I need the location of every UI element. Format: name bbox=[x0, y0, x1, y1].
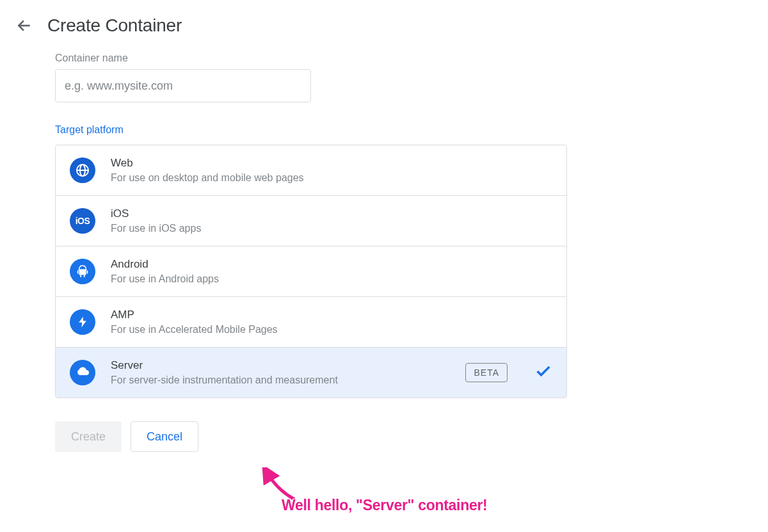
platform-title: Server bbox=[111, 359, 450, 372]
platform-option-android[interactable]: Android For use in Android apps bbox=[56, 246, 566, 297]
android-icon bbox=[70, 259, 95, 284]
platform-title: Web bbox=[111, 157, 552, 170]
platform-option-amp[interactable]: AMP For use in Accelerated Mobile Pages bbox=[56, 297, 566, 348]
svg-point-6 bbox=[84, 268, 84, 268]
platform-desc: For use in Android apps bbox=[111, 273, 552, 285]
back-button[interactable] bbox=[15, 17, 33, 35]
ios-icon: iOS bbox=[70, 208, 95, 234]
platform-option-server[interactable]: Server For server-side instrumentation a… bbox=[56, 348, 566, 398]
platform-option-web[interactable]: Web For use on desktop and mobile web pa… bbox=[56, 145, 566, 196]
platform-option-ios[interactable]: iOS iOS For use in iOS apps bbox=[56, 196, 566, 246]
target-platform-label: Target platform bbox=[55, 124, 768, 136]
svg-rect-10 bbox=[84, 275, 85, 278]
annotation-text: Well hello, "Server" container! bbox=[282, 497, 487, 514]
platform-title: AMP bbox=[111, 309, 552, 321]
lightning-icon bbox=[70, 309, 95, 335]
page-title: Create Container bbox=[47, 15, 182, 36]
container-name-input[interactable] bbox=[55, 69, 311, 102]
platform-title: iOS bbox=[111, 207, 552, 220]
svg-rect-7 bbox=[77, 270, 79, 274]
platform-desc: For use in Accelerated Mobile Pages bbox=[111, 324, 552, 335]
platform-title: Android bbox=[111, 258, 552, 271]
svg-rect-8 bbox=[86, 270, 88, 274]
cloud-icon bbox=[70, 360, 95, 385]
platform-desc: For use in iOS apps bbox=[111, 223, 552, 234]
arrow-left-icon bbox=[16, 17, 33, 34]
container-name-label: Container name bbox=[55, 52, 768, 64]
platform-desc: For server-side instrumentation and meas… bbox=[111, 375, 450, 386]
svg-rect-4 bbox=[79, 270, 86, 275]
platform-list: Web For use on desktop and mobile web pa… bbox=[55, 145, 567, 398]
platform-desc: For use on desktop and mobile web pages bbox=[111, 172, 552, 184]
svg-point-5 bbox=[81, 268, 81, 268]
globe-icon bbox=[70, 157, 95, 183]
create-button[interactable]: Create bbox=[55, 421, 122, 452]
cancel-button[interactable]: Cancel bbox=[131, 421, 198, 452]
check-icon bbox=[534, 362, 552, 383]
beta-badge: BETA bbox=[465, 363, 508, 382]
svg-rect-9 bbox=[80, 275, 81, 278]
